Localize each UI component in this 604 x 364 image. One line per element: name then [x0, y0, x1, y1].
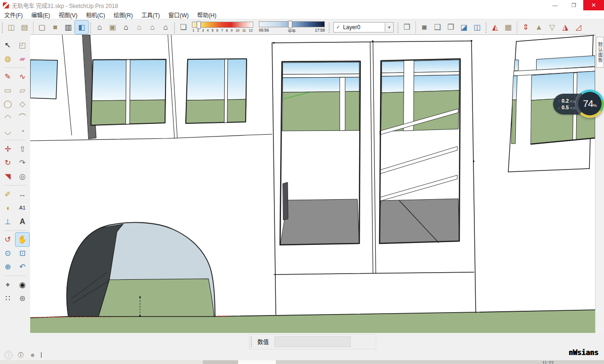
trim-button[interactable]: ◪ [457, 21, 471, 34]
menu-draw[interactable]: 绘图(R) [109, 11, 137, 19]
eraser-tool[interactable]: ▰ [16, 52, 29, 65]
wireframe-style-button[interactable]: ▢ [35, 21, 49, 34]
time-slider-track[interactable] [259, 21, 325, 27]
back-view-button[interactable]: ⌂ [132, 21, 146, 34]
3d-text-tool[interactable]: A [16, 215, 29, 228]
menu-tools[interactable]: 工具(T) [137, 11, 164, 19]
rectangle-tool[interactable]: ▭ [1, 83, 15, 97]
network-speed-overlay[interactable]: ↑ 0.2 K/s ↓ 0.5 K/s 74 % [552, 89, 604, 119]
close-button[interactable]: ✕ [583, 0, 604, 10]
make-component-tool[interactable]: ◰ [16, 38, 29, 52]
shadow-toggle-button[interactable]: ❏ [177, 21, 190, 34]
maximize-button[interactable]: ❐ [564, 0, 583, 10]
textured-style-button[interactable]: ◧ [75, 21, 88, 34]
xray-style-button[interactable]: ◫ [5, 21, 18, 34]
follow-me-tool[interactable]: ↷ [16, 156, 29, 170]
layer-dropdown-arrow-icon[interactable]: ▾ [385, 23, 393, 32]
side-window-a[interactable] [91, 59, 166, 125]
toolbar-grip[interactable] [485, 22, 488, 33]
freehand-tool[interactable]: ∿ [16, 70, 29, 83]
look-around-tool[interactable]: ◉ [16, 278, 29, 291]
memory-usage-ring[interactable]: 74 % [576, 89, 604, 118]
intersect-button[interactable]: ◙ [418, 21, 431, 34]
polygon-tool[interactable]: ◇ [16, 97, 29, 111]
shaded-style-button[interactable]: ■ [49, 21, 62, 34]
tape-measure-tool[interactable]: ✐ [1, 187, 15, 201]
stamp-button[interactable]: ▲ [532, 21, 546, 34]
from-contours-button[interactable]: ◭ [488, 21, 502, 34]
minimize-button[interactable]: — [546, 0, 564, 10]
iso-view-button[interactable]: ⌂ [93, 21, 106, 34]
walk-tool[interactable]: ∷ [1, 291, 15, 305]
taskbar-button[interactable] [276, 360, 604, 364]
orbit-tool[interactable]: ↺ [1, 233, 15, 246]
rotate-tool[interactable]: ↻ [1, 156, 15, 170]
measurements-input[interactable] [274, 336, 351, 347]
menu-camera[interactable]: 相机(C) [82, 11, 109, 19]
rotated-rectangle-tool[interactable]: ▱ [16, 83, 29, 97]
layer-dropdown[interactable]: ✓ Layer0 ▾ [333, 22, 394, 32]
account-icon[interactable]: ☻ [29, 351, 36, 359]
position-camera-tool[interactable]: ⌖ [1, 278, 15, 291]
side-window-b[interactable] [186, 59, 247, 123]
taskbar-button[interactable] [203, 360, 238, 364]
time-slider-handle[interactable] [288, 21, 292, 28]
flip-edge-button[interactable]: ◿ [572, 21, 585, 34]
pie-tool[interactable]: ◔ [16, 124, 29, 138]
outer-shell-button[interactable]: ❒ [400, 21, 414, 34]
model-viewport[interactable] [30, 34, 595, 333]
from-scratch-button[interactable]: ▦ [502, 21, 515, 34]
paint-bucket-tool[interactable]: ◍ [1, 52, 15, 65]
subtract-button[interactable]: ❐ [444, 21, 457, 34]
toolbar-grip[interactable] [328, 22, 331, 33]
scale-tool[interactable]: ◥ [1, 170, 15, 183]
axes-tool[interactable]: ⊥ [1, 215, 15, 228]
toolbar-grip[interactable] [89, 22, 92, 33]
add-detail-button[interactable]: ◮ [559, 21, 572, 34]
toolbar-grip[interactable] [1, 22, 4, 33]
split-button[interactable]: ◫ [471, 21, 484, 34]
right-view-button[interactable]: ⌂ [159, 21, 172, 34]
pan-tool[interactable]: ✋ [16, 233, 29, 246]
door-left-leaf[interactable] [280, 61, 360, 245]
previous-view-tool[interactable]: ↶ [16, 260, 29, 274]
zoom-tool[interactable]: ⊙ [1, 246, 15, 260]
zoom-window-tool[interactable]: ⊡ [16, 246, 29, 260]
offset-tool[interactable]: ◎ [16, 170, 29, 183]
text-tool[interactable]: A1 [16, 201, 29, 215]
taskbar-sliver[interactable]: 11:22 [0, 360, 604, 364]
line-tool[interactable]: ✎ [1, 70, 15, 83]
info-icon[interactable]: ⓘ [17, 351, 25, 359]
smoove-button[interactable]: ⇕ [519, 21, 532, 34]
date-slider-track[interactable] [192, 22, 253, 28]
two-point-arc-tool[interactable]: ⌒ [16, 111, 29, 124]
move-tool[interactable]: ✛ [1, 142, 15, 156]
front-view-button[interactable]: ⌂ [119, 21, 132, 34]
three-point-arc-tool[interactable]: ◡ [1, 124, 15, 138]
section-plane-tool[interactable]: ⊛ [16, 291, 29, 305]
wheel-arch-dome[interactable] [67, 222, 215, 316]
back-edges-style-button[interactable]: ▤ [18, 21, 31, 34]
door-right-leaf[interactable] [380, 59, 460, 243]
menu-window[interactable]: 窗口(W) [164, 11, 193, 19]
zoom-extents-tool[interactable]: ⊕ [1, 260, 15, 274]
push-pull-tool[interactable]: ⇧ [16, 142, 29, 156]
taskbar-button[interactable] [238, 360, 276, 364]
monochrome-style-button[interactable]: ▥ [62, 21, 75, 34]
geolocation-icon[interactable]: ⓘ [4, 351, 13, 359]
arc-tool[interactable]: ◠ [1, 111, 15, 124]
protractor-tool[interactable]: ◖ [1, 201, 15, 215]
date-slider-handle[interactable] [197, 21, 201, 29]
dimension-tool[interactable]: ↔ [16, 187, 29, 201]
union-button[interactable]: ❑ [431, 21, 444, 34]
select-tool[interactable]: ↖ [1, 38, 15, 52]
menu-view[interactable]: 视图(V) [54, 11, 82, 19]
circle-tool[interactable]: ◯ [1, 97, 15, 111]
top-view-button[interactable]: ▣ [106, 21, 119, 34]
toolbar-grip[interactable] [397, 22, 399, 33]
left-view-button[interactable]: ⌂ [146, 21, 159, 34]
measurements-grip[interactable] [250, 336, 253, 348]
drape-button[interactable]: ▽ [546, 21, 559, 34]
toolbar-grip[interactable] [173, 22, 176, 33]
default-tray-tab[interactable]: 默认面板 [596, 37, 604, 68]
